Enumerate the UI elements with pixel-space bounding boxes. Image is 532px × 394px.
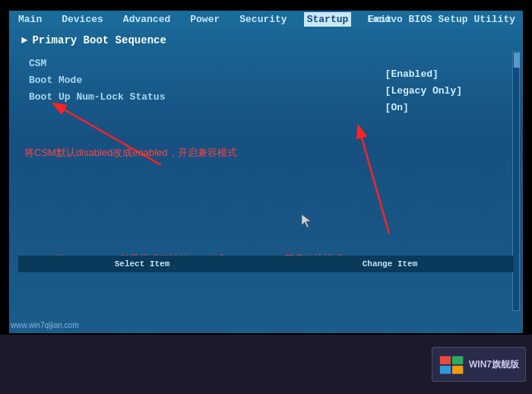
value-boot-mode: [Legacy Only] — [385, 83, 462, 100]
menu-startup[interactable]: Startup — [304, 12, 352, 27]
svg-rect-8 — [452, 366, 463, 374]
menu-advanced[interactable]: Advanced — [120, 12, 173, 27]
bottom-change: Change Item — [363, 259, 418, 268]
values-column: [Enabled] [Legacy Only] [On] — [385, 66, 462, 116]
svg-rect-5 — [440, 356, 451, 364]
svg-marker-2 — [302, 214, 311, 227]
menu-main[interactable]: Main — [15, 12, 45, 27]
bios-content: ► Primary Boot Sequence CSM Boot Mode Bo… — [9, 28, 523, 328]
svg-rect-6 — [452, 356, 463, 364]
svg-line-4 — [359, 127, 389, 234]
annotation-csm: 将CSM默认disabled改成enabled，开启兼容模式 — [24, 146, 237, 160]
win-taskbar: WIN7旗舰版 — [0, 335, 532, 394]
menu-security[interactable]: Security — [236, 12, 290, 27]
svg-rect-7 — [440, 366, 451, 374]
watermark: www.win7qijian.com — [11, 321, 78, 329]
screen-photo: Main Devices Advanced Power Security Sta… — [0, 0, 532, 394]
win7-logo-icon — [439, 351, 466, 378]
win7-badge: WIN7旗舰版 — [432, 347, 526, 382]
bios-screen: Main Devices Advanced Power Security Sta… — [9, 11, 523, 333]
value-csm: [Enabled] — [385, 66, 462, 83]
value-numlock: [On] — [385, 100, 462, 116]
section-title: ► Primary Boot Sequence — [21, 34, 511, 46]
section-title-text: Primary Boot Sequence — [32, 34, 166, 46]
bios-title: Lenovo BIOS Setup Utility — [367, 14, 515, 25]
win7-text: WIN7旗舰版 — [469, 358, 519, 371]
section-arrow-icon: ► — [21, 34, 27, 46]
menu-bar-left: Main Devices Advanced Power Security Sta… — [15, 12, 395, 27]
scrollbar-thumb[interactable] — [514, 52, 520, 68]
mouse-cursor — [302, 214, 312, 228]
bottom-bar: Select Item Change Item — [18, 256, 514, 272]
outer-frame: Main Devices Advanced Power Security Sta… — [0, 0, 532, 394]
bottom-select: Select Item — [115, 259, 170, 268]
menu-power[interactable]: Power — [187, 12, 223, 27]
arrow2-svg — [237, 104, 450, 272]
menu-bar: Main Devices Advanced Power Security Sta… — [9, 11, 523, 28]
menu-devices[interactable]: Devices — [59, 12, 106, 27]
